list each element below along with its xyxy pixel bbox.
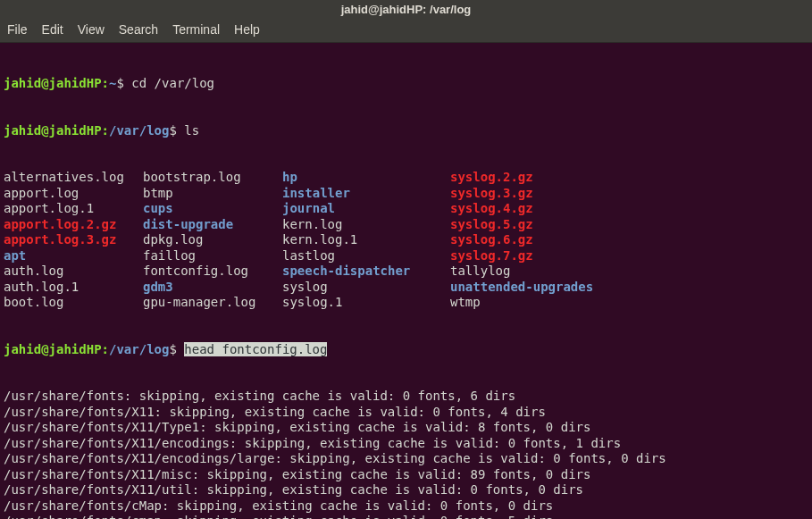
output-line: /usr/share/fonts/X11/Type1: skipping, ex… — [4, 420, 808, 436]
ls-entry: apt — [4, 248, 143, 264]
output-line: /usr/share/fonts/X11/encodings/large: sk… — [4, 451, 808, 467]
terminal-area[interactable]: jahid@jahidHP:~$ cd /var/log jahid@jahid… — [0, 43, 812, 519]
output-line: /usr/share/fonts/X11/util: skipping, exi… — [4, 482, 808, 498]
ls-row: alternatives.logbootstrap.loghpsyslog.2.… — [4, 170, 808, 186]
ls-entry: tallylog — [450, 264, 510, 280]
window-titlebar: jahid@jahidHP: /var/log — [0, 0, 812, 19]
ls-entry: apport.log.2.gz — [4, 217, 143, 233]
ls-entry: syslog.6.gz — [450, 232, 533, 248]
ls-entry: gpu-manager.log — [143, 295, 282, 311]
menu-edit[interactable]: Edit — [42, 22, 63, 37]
menu-file[interactable]: File — [7, 22, 28, 37]
ls-output: alternatives.logbootstrap.loghpsyslog.2.… — [4, 170, 808, 311]
prompt-path: /var/log — [109, 123, 169, 138]
prompt-user: jahid@jahidHP — [4, 342, 102, 356]
ls-entry: unattended-upgrades — [450, 280, 593, 296]
prompt-dollar: $ — [169, 342, 184, 356]
ls-entry: dist-upgrade — [143, 217, 282, 233]
ls-entry: speech-dispatcher — [282, 264, 450, 280]
ls-entry: fontconfig.log — [143, 264, 282, 280]
ls-row: aptfailloglastlogsyslog.7.gz — [4, 248, 808, 264]
ls-entry: syslog.2.gz — [450, 170, 533, 186]
menu-terminal[interactable]: Terminal — [172, 22, 220, 37]
ls-entry: syslog — [282, 280, 450, 296]
menu-help[interactable]: Help — [234, 22, 260, 37]
ls-row: auth.log.1gdm3syslogunattended-upgrades — [4, 280, 808, 296]
ls-entry: apport.log.3.gz — [4, 232, 143, 248]
ls-entry: syslog.4.gz — [450, 201, 533, 217]
output-line: /usr/share/fonts/X11: skipping, existing… — [4, 405, 808, 421]
head-output: /usr/share/fonts: skipping, existing cac… — [4, 389, 808, 519]
ls-row: boot.loggpu-manager.logsyslog.1wtmp — [4, 295, 808, 311]
prompt-line-2: jahid@jahidHP:/var/log$ ls — [4, 123, 808, 139]
ls-row: apport.log.1cupsjournalsyslog.4.gz — [4, 201, 808, 217]
prompt-line-3: jahid@jahidHP:/var/log$ head fontconfig.… — [4, 342, 808, 358]
menu-search[interactable]: Search — [119, 22, 158, 37]
ls-entry: hp — [282, 170, 450, 186]
ls-entry: gdm3 — [143, 280, 282, 296]
ls-entry: syslog.5.gz — [450, 217, 533, 233]
ls-entry: apport.log — [4, 186, 143, 202]
ls-entry: syslog.3.gz — [450, 186, 533, 202]
ls-row: auth.logfontconfig.logspeech-dispatchert… — [4, 264, 808, 280]
ls-entry: syslog.7.gz — [450, 248, 533, 264]
ls-entry: journal — [282, 201, 450, 217]
menu-view[interactable]: View — [78, 22, 105, 37]
ls-entry: bootstrap.log — [143, 170, 282, 186]
ls-entry: boot.log — [4, 295, 143, 311]
prompt-user: jahid@jahidHP — [4, 123, 102, 138]
ls-entry: apport.log.1 — [4, 201, 143, 217]
ls-entry: installer — [282, 186, 450, 202]
output-line: /usr/share/fonts/X11/encodings: skipping… — [4, 436, 808, 452]
ls-entry: kern.log.1 — [282, 232, 450, 248]
ls-entry: syslog.1 — [282, 295, 450, 311]
output-line: /usr/share/fonts/cmap: skipping, existin… — [4, 514, 808, 519]
ls-entry: kern.log — [282, 217, 450, 233]
ls-entry: alternatives.log — [4, 170, 143, 186]
ls-entry: wtmp — [450, 295, 481, 311]
prompt-line-1: jahid@jahidHP:~$ cd /var/log — [4, 76, 808, 92]
ls-entry: cups — [143, 201, 282, 217]
ls-entry: btmp — [143, 186, 282, 202]
command-highlighted: head fontconfig.log — [184, 342, 327, 356]
prompt-sep: : — [102, 123, 109, 138]
ls-entry: dpkg.log — [143, 232, 282, 248]
prompt-sep: : — [102, 76, 109, 90]
ls-entry: auth.log — [4, 264, 143, 280]
ls-entry: lastlog — [282, 248, 450, 264]
prompt-sep: : — [102, 342, 109, 356]
command-text: ls — [184, 123, 199, 138]
prompt-dollar: $ — [169, 123, 176, 138]
ls-row: apport.logbtmpinstallersyslog.3.gz — [4, 186, 808, 202]
ls-row: apport.log.2.gzdist-upgradekern.logsyslo… — [4, 217, 808, 233]
ls-entry: faillog — [143, 248, 282, 264]
ls-row: apport.log.3.gzdpkg.logkern.log.1syslog.… — [4, 232, 808, 248]
menubar: File Edit View Search Terminal Help — [0, 19, 812, 43]
output-line: /usr/share/fonts/X11/misc: skipping, exi… — [4, 467, 808, 483]
output-line: /usr/share/fonts: skipping, existing cac… — [4, 389, 808, 405]
ls-entry: auth.log.1 — [4, 280, 143, 296]
window-title: jahid@jahidHP: /var/log — [341, 3, 472, 16]
prompt-dollar: $ — [116, 76, 123, 90]
command-text: cd /var/log — [131, 76, 214, 90]
prompt-user: jahid@jahidHP — [4, 76, 102, 90]
output-line: /usr/share/fonts/cMap: skipping, existin… — [4, 498, 808, 515]
prompt-path: /var/log — [109, 342, 169, 356]
